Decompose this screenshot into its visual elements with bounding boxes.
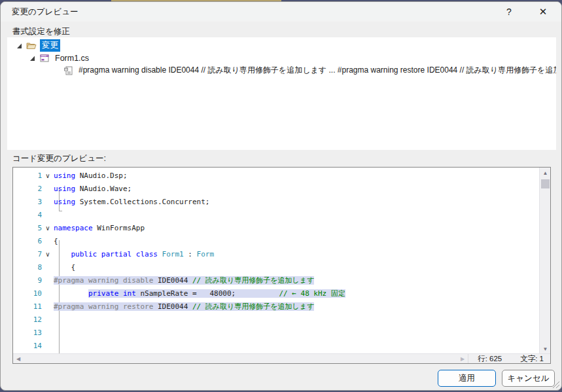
fold-margin — [42, 274, 54, 287]
scroll-down-icon[interactable]: ▼ — [540, 344, 551, 354]
code-text: { — [54, 261, 75, 274]
horizontal-scrollbar[interactable] — [24, 354, 457, 363]
code-text: { — [54, 235, 58, 248]
code-text: #pragma warning restore IDE0044 // 読み取り専… — [54, 300, 314, 313]
line-number: 12 — [13, 313, 42, 327]
tree-node-change[interactable]: #pragma warning disable IDE0044 // 読み取り専… — [77, 64, 556, 77]
fold-chevron-icon[interactable]: ∨ — [42, 222, 54, 235]
status-char: 文字: 1 — [520, 354, 544, 364]
title-bar[interactable]: 変更のプレビュー ? ✕ — [1, 2, 561, 22]
code-text: using NAudio.Wave; — [54, 183, 132, 196]
code-line[interactable]: 4 — [13, 209, 539, 222]
winforms-file-icon — [39, 53, 50, 63]
dialog-title: 変更のプレビュー — [12, 7, 78, 18]
code-line[interactable]: 11#pragma warning restore IDE0044 // 読み取… — [13, 300, 539, 313]
code-line[interactable]: 1∨using NAudio.Dsp; — [13, 169, 539, 183]
code-line[interactable]: 12 — [13, 313, 539, 327]
fold-margin — [42, 183, 54, 196]
fold-margin — [42, 313, 54, 327]
code-line[interactable]: 14 — [13, 340, 539, 353]
code-text: public partial class Form1 : Form — [54, 248, 214, 261]
vertical-scrollbar[interactable]: ▲ ▼ — [539, 168, 550, 354]
line-number: 9 — [13, 274, 42, 287]
code-text: using NAudio.Dsp; — [54, 169, 128, 183]
tree-row-change-item[interactable]: #pragma warning disable IDE0044 // 読み取り専… — [63, 64, 556, 77]
line-number: 1 — [13, 169, 42, 183]
fold-margin — [42, 235, 54, 248]
line-number: 10 — [13, 287, 42, 300]
tree-row-changes[interactable]: 変更 — [16, 39, 60, 52]
code-line[interactable]: 6{ — [13, 235, 539, 248]
scroll-left-icon[interactable]: ◀ — [13, 356, 24, 362]
code-line[interactable]: 10 private int nSampleRate = 48000; // ←… — [13, 287, 539, 300]
tree-node-file[interactable]: Form1.cs — [53, 53, 91, 63]
fold-chevron-icon[interactable]: ∨ — [42, 248, 54, 261]
line-number: 4 — [13, 209, 42, 222]
editor-status-row: ◀ ▶ 行: 625 文字: 1 — [13, 353, 550, 363]
code-line[interactable]: 5∨namespace WinFormsApp — [13, 222, 539, 235]
cancel-button[interactable]: キャンセル — [502, 370, 555, 387]
fold-margin — [42, 327, 54, 340]
fold-margin — [42, 196, 54, 209]
code-editor[interactable]: 1∨using NAudio.Dsp;2using NAudio.Wave;3u… — [13, 168, 539, 354]
code-text: #pragma warning disable IDE0044 // 読み取り専… — [54, 274, 314, 287]
folder-icon — [26, 41, 37, 51]
code-text: private int nSampleRate = 48000; // ← 48… — [54, 287, 345, 300]
resize-grip[interactable] — [552, 380, 559, 388]
code-line[interactable]: 7∨ public partial class Form1 : Form — [13, 248, 539, 261]
code-line[interactable]: 8 { — [13, 261, 539, 274]
scroll-up-icon[interactable]: ▲ — [540, 168, 551, 178]
line-number: 5 — [13, 222, 42, 235]
expander-icon[interactable] — [16, 43, 23, 49]
changes-tree: 変更 Form1.cs #pragma warning disable IDE0… — [7, 37, 556, 150]
help-button[interactable]: ? — [495, 2, 523, 22]
fold-margin — [42, 300, 54, 313]
status-line: 行: 625 — [478, 354, 502, 364]
fix-formatting-label: 書式設定を修正 — [12, 26, 70, 37]
code-preview-label: コード変更のプレビュー: — [12, 153, 106, 164]
code-text: namespace WinFormsApp — [54, 222, 145, 235]
line-number: 2 — [13, 183, 42, 196]
line-number: 3 — [13, 196, 42, 209]
line-number: 14 — [13, 340, 42, 353]
preview-changes-dialog: 変更のプレビュー ? ✕ 書式設定を修正 変更 Form1.cs — [0, 1, 562, 391]
apply-button[interactable]: 適用 — [438, 370, 496, 387]
line-number: 8 — [13, 261, 42, 274]
fold-chevron-icon[interactable]: ∨ — [42, 169, 54, 183]
scrollbar-thumb[interactable] — [541, 179, 550, 188]
line-number: 13 — [13, 327, 42, 340]
line-number: 11 — [13, 300, 42, 313]
code-line[interactable]: 13 — [13, 327, 539, 340]
fold-margin — [42, 261, 54, 274]
tree-node-changes[interactable]: 変更 — [40, 39, 60, 52]
fold-margin — [42, 340, 54, 353]
code-line[interactable]: 2using NAudio.Wave; — [13, 183, 539, 196]
code-line[interactable]: 9#pragma warning disable IDE0044 // 読み取り… — [13, 274, 539, 287]
code-text: using System.Collections.Concurrent; — [54, 196, 209, 209]
line-number: 6 — [13, 235, 42, 248]
scroll-right-icon[interactable]: ▶ — [457, 356, 468, 362]
close-button[interactable]: ✕ — [529, 2, 557, 22]
code-preview-panel: 1∨using NAudio.Dsp;2using NAudio.Wave;3u… — [12, 167, 551, 364]
expander-icon[interactable] — [29, 55, 36, 62]
cursor-position: 行: 625 文字: 1 — [468, 354, 550, 363]
code-line[interactable]: 3using System.Collections.Concurrent; — [13, 196, 539, 209]
code-change-icon — [63, 65, 74, 76]
tree-row-file[interactable]: Form1.cs — [29, 52, 91, 64]
line-number: 7 — [13, 248, 42, 261]
fold-margin — [42, 287, 54, 300]
fold-margin — [42, 209, 54, 222]
